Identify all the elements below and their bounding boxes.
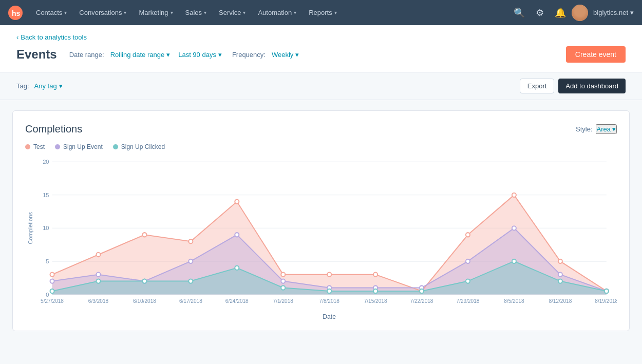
svg-text:6/24/2018: 6/24/2018 [225,298,249,304]
chevron-down-icon: ▾ [334,10,337,15]
svg-text:5: 5 [46,258,49,264]
svg-text:0: 0 [46,291,49,297]
svg-text:8/12/2018: 8/12/2018 [549,298,572,304]
svg-point-24 [558,259,562,263]
svg-text:20: 20 [43,159,49,165]
nav-reports[interactable]: Reports ▾ [304,0,342,25]
last-days-dropdown[interactable]: Last 90 days ▾ [176,50,224,60]
svg-point-41 [142,279,146,283]
svg-text:7/29/2018: 7/29/2018 [457,298,480,304]
svg-point-30 [235,233,239,237]
tag-dropdown[interactable]: Any tag ▾ [32,81,65,91]
svg-point-15 [142,233,146,237]
nav-conversations[interactable]: Conversations ▾ [74,0,131,25]
date-range-label: Date range: [69,51,104,59]
nav-sales[interactable]: Sales ▾ [180,0,212,25]
chart-legend: Test Sign Up Event Sign Up Clicked [25,143,617,150]
user-menu[interactable]: biglytics.net ▾ [593,9,634,16]
svg-point-39 [50,289,54,293]
chevron-down-icon: ▾ [204,10,206,15]
nav-service[interactable]: Service ▾ [214,0,251,25]
legend-item-signup-event: Sign Up Event [55,143,103,150]
svg-text:7/15/2018: 7/15/2018 [364,298,387,304]
page-title: Events [16,47,57,62]
svg-text:15: 15 [43,192,49,198]
svg-point-20 [373,273,377,277]
chevron-down-icon: ▾ [243,10,246,15]
svg-text:6/10/2018: 6/10/2018 [133,298,156,304]
svg-text:7/8/2018: 7/8/2018 [319,298,340,304]
nav-contacts[interactable]: Contacts ▾ [31,0,72,25]
svg-text:5/27/2018: 5/27/2018 [41,298,64,304]
chevron-down-icon: ▾ [64,10,67,15]
svg-point-18 [281,273,285,277]
svg-text:hs: hs [12,9,21,17]
notifications-icon[interactable]: 🔔 [551,4,570,22]
svg-point-48 [466,279,470,283]
svg-point-49 [512,259,516,263]
svg-point-26 [50,279,54,283]
legend-item-test: Test [25,143,45,150]
navbar: hs Contacts ▾ Conversations ▾ Marketing … [0,0,642,25]
date-range-dropdown[interactable]: Rolling date range ▾ [108,50,173,60]
back-link[interactable]: ‹ Back to analytics tools [16,33,626,41]
toolbar: Tag: Any tag ▾ Export Add to dashboard [0,72,642,100]
chevron-down-icon: ▾ [166,51,170,59]
hubspot-logo[interactable]: hs [8,6,23,20]
chart-area: 05101520Completions5/27/20186/3/20186/10… [25,157,617,322]
nav-marketing[interactable]: Marketing ▾ [134,0,178,25]
legend-dot-signup-event [55,144,60,149]
svg-text:10: 10 [43,225,49,231]
svg-point-29 [188,259,193,263]
settings-icon[interactable]: ⚙ [531,4,549,22]
chevron-down-icon: ▾ [59,82,63,90]
legend-dot-signup-clicked [113,144,118,149]
chevron-left-icon: ‹ [16,33,18,41]
svg-point-35 [466,259,470,263]
add-to-dashboard-button[interactable]: Add to dashboard [558,79,626,93]
chevron-down-icon: ▾ [612,125,616,133]
svg-text:6/17/2018: 6/17/2018 [179,298,202,304]
svg-point-17 [235,200,239,204]
svg-point-16 [188,239,193,243]
svg-point-13 [50,273,54,277]
export-button[interactable]: Export [520,79,555,93]
svg-point-40 [96,279,100,283]
svg-point-47 [420,289,424,293]
chart-header: Completions Style: Area ▾ [25,123,617,135]
svg-point-14 [96,253,100,257]
style-dropdown[interactable]: Area ▾ [596,124,617,134]
chevron-down-icon: ▾ [295,51,299,59]
svg-text:7/1/2018: 7/1/2018 [273,298,294,304]
svg-point-45 [327,289,331,293]
chart-title: Completions [25,123,82,135]
avatar[interactable] [572,5,588,21]
search-icon[interactable]: 🔍 [510,4,528,22]
chevron-down-icon: ▾ [124,10,126,15]
chart-style-selector: Style: Area ▾ [576,124,617,134]
header-row: Events Date range: Rolling date range ▾ … [16,46,626,63]
svg-point-36 [512,226,516,230]
svg-point-19 [327,273,331,277]
svg-text:6/3/2018: 6/3/2018 [88,298,109,304]
nav-automation[interactable]: Automation ▾ [253,0,301,25]
completions-chart: 05101520Completions5/27/20186/3/20186/10… [25,157,617,321]
svg-point-42 [188,279,193,283]
chevron-down-icon: ▾ [171,10,173,15]
tag-label: Tag: [16,82,29,90]
svg-text:Completions: Completions [27,212,33,244]
header-controls: Date range: Rolling date range ▾ Last 90… [69,50,554,60]
svg-point-31 [281,279,285,283]
svg-point-37 [558,273,562,277]
svg-point-44 [281,285,285,290]
header-area: ‹ Back to analytics tools Events Date ra… [0,25,642,72]
chart-card: Completions Style: Area ▾ Test Sign Up E… [12,110,630,331]
chevron-down-icon: ▾ [630,9,634,16]
svg-point-22 [466,233,470,237]
frequency-label: Frequency: [232,51,266,59]
svg-point-23 [512,193,516,197]
frequency-dropdown[interactable]: Weekly ▾ [270,50,301,60]
svg-point-51 [605,289,609,293]
create-event-button[interactable]: Create event [566,46,626,63]
svg-point-27 [96,273,100,277]
